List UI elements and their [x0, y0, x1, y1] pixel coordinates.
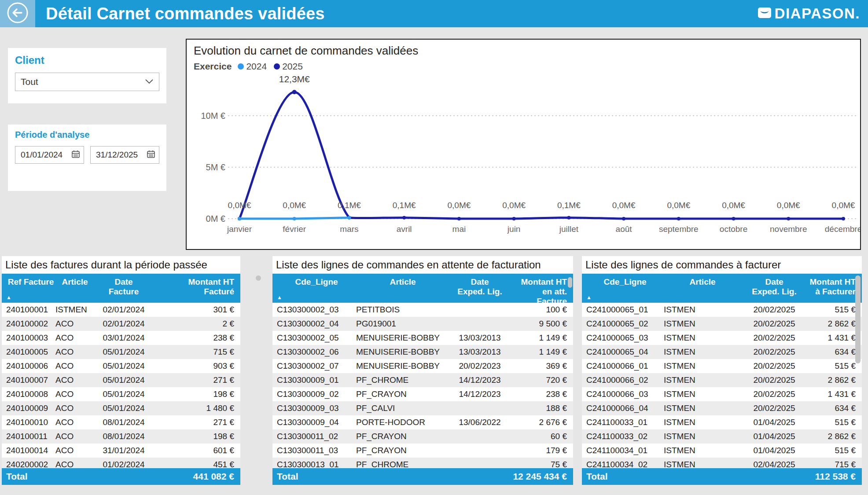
column-header[interactable]: Cde_Ligne [586, 277, 664, 303]
table-cell: C241000066_01 [586, 361, 664, 371]
table-row[interactable]: 240100002ACO02/01/20242 € [2, 317, 240, 331]
sort-ascending-icon[interactable]: ▲ [6, 293, 11, 302]
table-row[interactable]: 240100007ACO05/01/2024271 € [2, 373, 240, 387]
table-cell: 02/01/2024 [94, 305, 153, 315]
client-filter-label: Client [15, 54, 159, 66]
table-row[interactable]: 240100001ISTMEN02/01/2024301 € [2, 303, 240, 317]
scrollbar-thumb[interactable] [855, 275, 861, 363]
table-row[interactable]: C130300002_06MENUISERIE-BOBBY13/03/20131… [272, 345, 573, 359]
table-cell: ACO [55, 446, 94, 455]
table-row[interactable]: 240100010ACO08/01/2024271 € [2, 415, 240, 429]
table-row[interactable]: C130300002_04PG0190019 500 € [272, 317, 573, 331]
data-point [677, 217, 680, 220]
end-date-input[interactable]: 31/12/2025 [90, 146, 159, 164]
column-header[interactable]: Article [356, 277, 449, 306]
start-date-input[interactable]: 01/01/2024 [15, 146, 84, 164]
table-cell: 2 862 € [807, 319, 856, 329]
table-cell: 198 € [153, 389, 234, 399]
start-date-value: 01/01/2024 [21, 150, 63, 160]
data-point [622, 217, 625, 220]
table-row[interactable]: 240100003ACO03/01/2024238 € [2, 331, 240, 345]
table-row[interactable]: 240100011ACO08/01/2024198 € [2, 429, 240, 444]
sort-ascending-icon[interactable]: ▲ [277, 293, 282, 302]
y-axis-tick: 5M € [206, 162, 225, 172]
series-line-2025 [239, 92, 843, 219]
table-row[interactable]: C241000065_04ISTMEN20/02/2025634 € [582, 345, 862, 359]
table-row[interactable]: 240100009ACO05/01/20241 480 € [2, 401, 240, 415]
x-axis-label: juillet [559, 224, 579, 234]
calendar-icon [71, 150, 80, 160]
legend-item-2025[interactable]: 2025 [274, 61, 303, 72]
table-cell: 60 € [510, 432, 567, 441]
table-row[interactable]: C241100033_01ISTMEN01/04/2025515 € [582, 415, 862, 429]
table-row[interactable]: 240100014ACO31/01/2024601 € [2, 444, 240, 458]
column-header[interactable]: Article [664, 277, 741, 303]
table-total-row: Total 12 245 434 € [272, 468, 573, 485]
table-cell: C130300011_02 [277, 432, 356, 441]
table-row[interactable]: C241000066_01ISTMEN20/02/2025515 € [582, 359, 862, 373]
column-header[interactable]: DateExped. Lig. [449, 277, 510, 306]
table-cell: 08/01/2024 [94, 418, 153, 427]
back-button[interactable] [0, 0, 35, 27]
table-cell: PF_CRAYON [356, 432, 449, 441]
table-row[interactable]: C130300009_02PF_CRAYON14/12/2023238 € [272, 387, 573, 401]
table-row[interactable]: C241000065_02ISTMEN20/02/20252 862 € [582, 317, 862, 331]
column-header[interactable]: Article [55, 277, 94, 303]
column-header[interactable]: Ref Facture [6, 277, 55, 303]
table-row[interactable]: C241000065_03ISTMEN20/02/20251 431 € [582, 331, 862, 345]
data-point [512, 217, 516, 220]
legend-item-2024[interactable]: 2024 [238, 61, 267, 72]
table-row[interactable]: C130300011_03PF_CRAYON179 € [272, 444, 573, 458]
x-axis-label: mai [452, 224, 466, 234]
table-row[interactable]: 240100005ACO05/01/2024715 € [2, 345, 240, 359]
table-row[interactable]: C130300011_02PF_CRAYON60 € [272, 429, 573, 444]
table-cell: 240100011 [6, 432, 55, 441]
x-axis-label: octobre [720, 224, 747, 234]
table-cell: PF_CHROME [356, 375, 449, 385]
column-header[interactable]: Montant HTà Facturer [807, 277, 856, 303]
line-chart[interactable]: 0M €5M €10M €janvierfévriermarsavrilmaij… [187, 73, 860, 241]
table-row[interactable]: C130300009_04PORTE-HODOOR13/06/20222 676… [272, 415, 573, 429]
client-dropdown[interactable]: Tout [15, 73, 159, 91]
table-cell: C241000066_03 [586, 389, 664, 399]
table-cell: C130300002_04 [277, 319, 356, 329]
data-label: 0,0M€ [667, 201, 690, 210]
total-label: Total [6, 471, 28, 482]
pending-invoicing-table-panel: Liste des lignes de commandes en attente… [272, 256, 573, 485]
column-header[interactable]: Montant HTen att. Facture [510, 277, 567, 306]
table-row[interactable]: C241100033_02ISTMEN01/04/20252 862 € [582, 429, 862, 444]
table-cell: 05/01/2024 [94, 389, 153, 399]
scrollbar-thumb[interactable] [256, 275, 261, 281]
table-row[interactable]: C130300009_03PF_CALVI188 € [272, 401, 573, 415]
table-cell: 14/12/2023 [449, 375, 510, 385]
chart-legend: Exercice 20242025 [187, 58, 860, 72]
column-header[interactable]: Cde_Ligne [277, 277, 356, 306]
table-cell: 20/02/2025 [741, 305, 807, 315]
table-row[interactable]: 240100008ACO05/01/2024198 € [2, 387, 240, 401]
table-row[interactable]: C130300002_07MENUISERIE-BOBBY20/02/20233… [272, 359, 573, 373]
table-cell: ISTMEN [664, 446, 741, 455]
table-row[interactable]: C130300002_05MENUISERIE-BOBBY13/03/20131… [272, 331, 573, 345]
table-row[interactable]: C241000066_02ISTMEN20/02/20252 862 € [582, 373, 862, 387]
table-cell: ISTMEN [664, 305, 741, 315]
brand-logo-text: DIAPASON. [775, 5, 860, 22]
table-row[interactable]: C241000065_01ISTMEN20/02/2025515 € [582, 303, 862, 317]
table-row[interactable]: C130300009_01PF_CHROME14/12/2023720 € [272, 373, 573, 387]
chart-title: Evolution du carnet de commandes validée… [187, 40, 860, 58]
peak-data-label: 12,3M€ [279, 74, 310, 84]
data-point [842, 217, 845, 220]
table-cell: 240100006 [6, 361, 55, 371]
table-cell: 20/02/2025 [741, 333, 807, 343]
table-cell: 271 € [153, 375, 234, 385]
table-row[interactable]: C241000066_04ISTMEN20/02/2025634 € [582, 401, 862, 415]
column-header[interactable]: Montant HTFacturé [153, 277, 234, 303]
sort-ascending-icon[interactable]: ▲ [586, 293, 592, 302]
x-axis-label: février [283, 224, 306, 234]
table-row[interactable]: C241100034_01ISTMEN01/04/2025515 € [582, 444, 862, 458]
table-row[interactable]: 240100006ACO05/01/2024903 € [2, 359, 240, 373]
column-header[interactable]: DateFacture [94, 277, 153, 303]
table-row[interactable]: C241000066_03ISTMEN20/02/20251 431 € [582, 387, 862, 401]
scrollbar-thumb[interactable] [568, 277, 572, 288]
column-header[interactable]: DateExped. Lig. [741, 277, 807, 303]
page-title: Détail Carnet commandes validées [46, 4, 325, 23]
